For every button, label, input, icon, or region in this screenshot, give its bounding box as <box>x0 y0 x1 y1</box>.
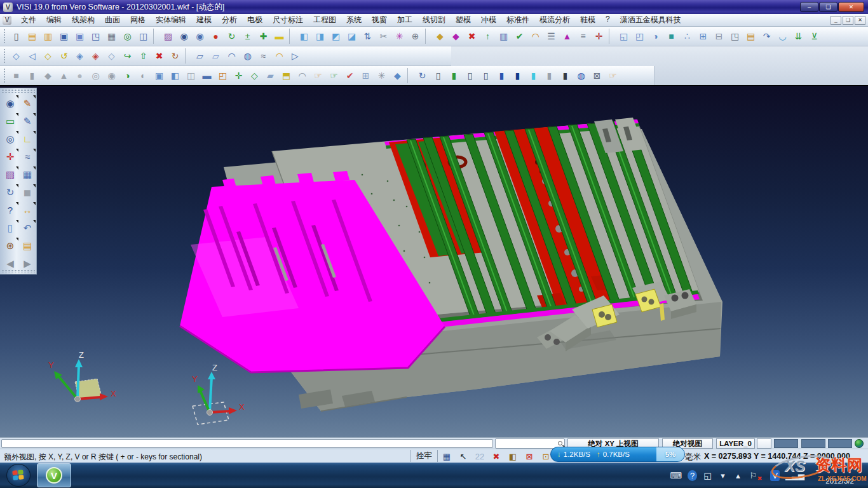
plane-n-icon[interactable]: ▷ <box>287 48 303 64</box>
open-folder-icon[interactable]: ▤ <box>24 29 40 44</box>
star-burst-icon[interactable]: ✳ <box>391 29 407 44</box>
plane-z-icon[interactable]: ◇ <box>247 68 262 84</box>
box-edit-icon[interactable]: ◧ <box>506 450 520 463</box>
solid-cube-icon[interactable]: ◼ <box>19 184 36 201</box>
cylinders-move-icon[interactable]: ⊟ <box>711 29 727 44</box>
db-outline2-icon[interactable]: ▯ <box>462 68 478 84</box>
new-file-icon[interactable]: ▯ <box>8 29 24 44</box>
split-view-icon[interactable]: ◫ <box>135 29 151 44</box>
view-document-icon[interactable]: ◉ <box>176 29 192 44</box>
print-icon[interactable]: ▦ <box>104 29 119 44</box>
db-dark-blue-icon[interactable]: ▮ <box>510 68 526 84</box>
view-cube-red-edge-icon[interactable]: ◈ <box>88 48 104 64</box>
db-refresh-icon[interactable]: ↻ <box>414 68 430 84</box>
ramp-icon[interactable]: ◆ <box>432 29 448 44</box>
gate-up-icon[interactable]: ↑ <box>480 29 496 44</box>
globe-icon[interactable] <box>855 439 864 448</box>
erase-pencil-icon[interactable]: ✎ <box>19 95 36 112</box>
door-swing-icon[interactable]: ◫ <box>183 68 199 84</box>
view-cube-small-icon[interactable]: ◇ <box>104 48 119 64</box>
surface-trim-icon[interactable]: ✂ <box>376 29 391 44</box>
link-cubes-icon[interactable]: ⊞ <box>358 68 374 84</box>
surface-swap-icon[interactable]: ◪ <box>344 29 360 44</box>
box-lift-icon[interactable]: ⇧ <box>135 48 151 64</box>
keyboard-tray-icon[interactable]: ⌨ <box>670 470 682 481</box>
db-green-stripes-icon[interactable]: ▮ <box>446 68 462 84</box>
menu-solid-edit[interactable]: 实体编辑 <box>151 13 191 27</box>
mdi-close-button[interactable]: ✕ <box>855 16 865 25</box>
cursor-icon[interactable]: ↖ <box>456 450 470 463</box>
paste-icon[interactable]: ▤ <box>743 29 759 44</box>
db-blue-refresh-icon[interactable]: ◍ <box>573 68 589 84</box>
surface-iso-icon[interactable]: ◧ <box>296 29 312 44</box>
view-add-icon[interactable]: ◉ <box>192 29 208 44</box>
block-blue-top-icon[interactable]: ▬ <box>199 68 215 84</box>
preview-icon[interactable]: ◎ <box>119 29 135 44</box>
taskbar-clock-date[interactable]: 2012/3/2 <box>825 477 854 485</box>
primitive-cube-icon[interactable]: ■ <box>8 68 24 84</box>
menu-mould[interactable]: 塑模 <box>451 13 476 27</box>
view-cube-yellow-icon[interactable]: ◇ <box>40 48 56 64</box>
primitive-torus-icon[interactable]: ◎ <box>88 68 104 84</box>
menu-edit[interactable]: 编辑 <box>41 13 67 27</box>
helm-wheel-icon[interactable]: ⊛ <box>2 237 18 254</box>
view-search-icon[interactable]: ◉ <box>2 95 18 112</box>
plane-dotted-icon[interactable]: ▱ <box>208 48 224 64</box>
undo-icon[interactable]: ↶ <box>19 219 36 236</box>
layer-blank-box[interactable] <box>757 438 771 449</box>
menu-progress[interactable]: 冲模 <box>476 13 501 27</box>
view-delete-icon[interactable]: ✖ <box>151 48 167 64</box>
restore-window-tray-icon[interactable]: ◱ <box>703 470 712 481</box>
view-cube-front-icon[interactable]: ◈ <box>72 48 88 64</box>
menu-electrode[interactable]: 电极 <box>242 13 268 27</box>
menu-wireframe[interactable]: 线架构 <box>67 13 100 27</box>
dropdown-tray-icon[interactable]: ▾ <box>718 470 728 481</box>
view-cube-rotate-icon[interactable]: ◇ <box>8 48 24 64</box>
ucs-axis-icon[interactable]: ✛ <box>2 148 18 165</box>
box-x-icon[interactable]: ⊠ <box>522 450 536 463</box>
redraw-icon[interactable]: ▨ <box>160 29 176 44</box>
sphere-cut-icon[interactable]: ◐ <box>135 68 151 84</box>
menu-machining[interactable]: 加工 <box>392 13 417 27</box>
save-copy-icon[interactable]: ◳ <box>88 29 104 44</box>
magenta-prism-icon[interactable]: ▲ <box>559 29 575 44</box>
alert-badge-icon[interactable]: ✖ <box>755 473 764 484</box>
toolbox-icon[interactable]: ⊠ <box>589 68 605 84</box>
back-arrow-icon[interactable]: ◀ <box>2 255 18 272</box>
view-refresh-icon[interactable]: ↻ <box>224 29 240 44</box>
db-outline3-icon[interactable]: ▯ <box>478 68 494 84</box>
grid-blue-icon[interactable]: ▦ <box>19 166 36 183</box>
surface-iso2-icon[interactable]: ◨ <box>312 29 328 44</box>
layer-stack-icon[interactable]: ☰ <box>543 29 559 44</box>
help-tray-icon[interactable]: ? <box>688 470 697 481</box>
rainbow-dome-icon[interactable]: ◠ <box>527 29 543 44</box>
order-12-icon[interactable]: ⇅ <box>360 29 376 44</box>
copy-icon[interactable]: ◳ <box>727 29 743 44</box>
hand-import-icon[interactable]: ☞ <box>326 68 342 84</box>
taskbar-visi-app-button[interactable]: V <box>37 463 71 487</box>
delete-trash-icon[interactable]: ▯ <box>2 219 18 236</box>
surface-sail-icon[interactable]: ◠ <box>224 48 240 64</box>
jump-icon[interactable]: ↷ <box>759 29 775 44</box>
import-box-icon[interactable]: ⊻ <box>806 29 822 44</box>
save-icon[interactable]: ▣ <box>56 29 72 44</box>
view-recycle-icon[interactable]: ↻ <box>167 48 183 64</box>
primitive-cone-icon[interactable]: ▲ <box>56 68 72 84</box>
db-cyan-icon[interactable]: ▮ <box>526 68 541 84</box>
menu-system[interactable]: 系统 <box>341 13 367 27</box>
view-cube-left-icon[interactable]: ◁ <box>24 48 40 64</box>
ramp-delete-icon[interactable]: ✖ <box>464 29 480 44</box>
measure-icon[interactable]: ↔ <box>19 201 36 219</box>
plane-blue-icon[interactable]: ▱ <box>192 48 208 64</box>
menu-analysis[interactable]: 分析 <box>217 13 242 27</box>
primitive-sphere-icon[interactable]: ● <box>72 68 88 84</box>
select-rectangle-icon[interactable]: ▭ <box>2 112 18 130</box>
zoom-solid-icon[interactable]: ◎ <box>2 130 18 147</box>
curve-tool-icon[interactable]: ≈ <box>19 148 36 165</box>
gray-stack-icon[interactable]: ≡ <box>575 29 591 44</box>
db-cylinder-icon[interactable]: ▯ <box>430 68 446 84</box>
v-program-tray-icon[interactable]: V <box>770 470 780 481</box>
layer-palette-icon[interactable]: ▨ <box>2 166 18 183</box>
traffic-light-icon[interactable]: ● <box>208 29 224 44</box>
import-down-icon[interactable]: ⇊ <box>790 29 806 44</box>
